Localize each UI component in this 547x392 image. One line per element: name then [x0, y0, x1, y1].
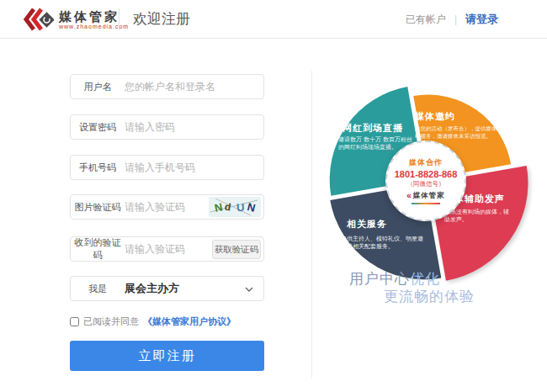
image-captcha-label: 图片验证码 — [71, 201, 125, 214]
brand-logo-icon — [24, 7, 54, 32]
center-brand: « 媒体管家 — [406, 191, 445, 201]
slogan-line2: 更流畅的体验 — [384, 287, 475, 306]
phone-field[interactable]: 手机号码 — [70, 155, 264, 180]
agreement-checkbox[interactable] — [70, 317, 79, 326]
password-label: 设置密码 — [71, 121, 125, 134]
login-link[interactable]: 请登录 — [465, 12, 498, 27]
agreement-row: 已阅读并同意 《媒体管家用户协议》 — [70, 315, 236, 328]
logo[interactable]: 媒体管家 www.zhaomedia.com — [24, 7, 129, 32]
page-title: 欢迎注册 — [133, 0, 190, 39]
captcha-image[interactable]: N d U N — [209, 197, 261, 217]
registration-page: 媒体管家 www.zhaomedia.com 欢迎注册 已有帐户 | 请登录 用… — [0, 0, 547, 392]
segment-title: 媒体邀约 — [415, 110, 455, 123]
password-field[interactable]: 设置密码 — [70, 114, 264, 140]
role-label: 我是 — [71, 283, 125, 295]
role-value: 展会主办方 — [125, 281, 263, 296]
brand-color-strip — [412, 203, 440, 204]
sms-code-label: 收到的验证码 — [71, 236, 125, 262]
phone-input[interactable] — [125, 162, 263, 173]
have-account-text: 已有帐户 — [406, 13, 446, 27]
agreement-text: 已阅读并同意 — [83, 315, 139, 328]
header-divider — [119, 8, 119, 30]
chevron-down-icon — [245, 287, 253, 292]
username-input[interactable] — [125, 81, 263, 93]
slogan-part1: 用户中心 — [349, 271, 410, 287]
segment-title: 网红到场直播 — [343, 122, 403, 135]
password-input[interactable] — [125, 121, 263, 133]
vertical-divider — [311, 71, 312, 379]
center-brand-name: 媒体管家 — [413, 191, 445, 201]
header-right: 已有帐户 | 请登录 — [406, 0, 498, 39]
segment-desc: 为您的活动（发布会），提供媒体邀约服务，邀请媒体来采访报道。 — [415, 125, 504, 140]
role-select[interactable]: 我是 展会主办方 — [70, 276, 264, 301]
header-pipe: | — [454, 13, 457, 25]
image-captcha-field[interactable]: 图片验证码 N d U N — [70, 194, 264, 220]
register-button[interactable]: 立即注册 — [70, 341, 264, 371]
phone-label: 手机号码 — [71, 162, 125, 174]
agreement-link[interactable]: 《媒体管家用户协议》 — [143, 315, 236, 328]
brand-chevron-icon: « — [406, 193, 412, 199]
center-wechat-note: （同微信号） — [407, 180, 445, 188]
segment-desc: 提供主持人、模特礼仪、明星邀请等相关配套服务。 — [341, 235, 425, 250]
segment-desc: 联系没有到场的媒体，辅助发声。 — [444, 208, 510, 223]
slogan-part2: 优化 — [410, 271, 440, 287]
username-label: 用户名 — [71, 81, 125, 93]
header: 媒体管家 www.zhaomedia.com 欢迎注册 已有帐户 | 请登录 — [0, 0, 547, 39]
captcha-letter: U — [236, 200, 246, 214]
wheel-center-badge: 媒体合作 1801-8828-868 （同微信号） « 媒体管家 — [385, 140, 466, 221]
username-field[interactable]: 用户名 — [70, 74, 264, 99]
segment-title: 相关服务 — [347, 218, 387, 230]
slogan-line1: 用户中心优化 — [349, 269, 440, 289]
get-code-button[interactable]: 获取验证码 — [212, 240, 261, 259]
center-phone-number: 1801-8828-868 — [395, 169, 458, 179]
services-wheel: 网红到场直播 邀请数万 数十万 数百万粉丝的网红到场现场直播。 媒体邀约 为您的… — [327, 80, 539, 280]
sms-code-field[interactable]: 收到的验证码 获取验证码 — [70, 236, 264, 262]
center-cooperation-label: 媒体合作 — [409, 157, 443, 168]
